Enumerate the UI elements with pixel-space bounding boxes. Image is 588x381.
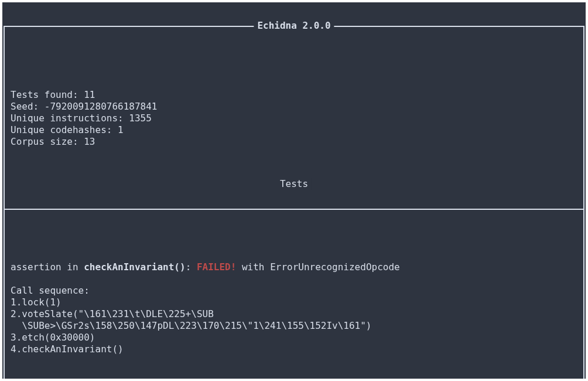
- callseq-step: 3.etch(0x30000): [11, 332, 95, 343]
- tests-divider: [5, 209, 583, 210]
- uniq-instr-value: 1355: [129, 113, 152, 124]
- callseq-step: 4.checkAnInvariant(): [11, 343, 124, 355]
- app-title: Echidna 2.0.0: [254, 20, 334, 32]
- tests-section: Tests assertion in checkAnInvariant(): F…: [11, 185, 577, 379]
- callseq-step: 2.voteSlate("\161\231\t\DLE\225+\SUB: [11, 308, 214, 319]
- corpus-label: Corpus size:: [11, 136, 84, 147]
- tests-header: Tests: [276, 178, 312, 190]
- uniq-hash-value: 1: [118, 124, 124, 135]
- callseq-step: 1.lock(1): [11, 297, 61, 308]
- seed-label: Seed:: [11, 101, 45, 112]
- outer-frame: Echidna 2.0.0 Tests found: 11 Seed: -792…: [4, 26, 584, 379]
- callseq-label: Call sequence:: [11, 285, 90, 296]
- failed-fn: checkAnInvariant(): [84, 261, 185, 273]
- uniq-hash-label: Unique codehashes:: [11, 124, 118, 135]
- failed-status: FAILED!: [197, 261, 236, 273]
- uniq-instr-label: Unique instructions:: [11, 113, 129, 124]
- corpus-value: 13: [84, 136, 95, 147]
- stats-block: Tests found: 11 Seed: -79200912807661878…: [11, 74, 577, 150]
- failed-suffix: with ErrorUnrecognizedOpcode: [236, 261, 399, 273]
- tests-found-label: Tests found:: [11, 89, 84, 100]
- assertion-prefix: assertion in: [11, 261, 84, 273]
- tests-found-value: 11: [84, 89, 95, 100]
- colon: :: [186, 261, 197, 273]
- terminal-window: Echidna 2.0.0 Tests found: 11 Seed: -792…: [2, 2, 586, 379]
- seed-value: -7920091280766187841: [45, 101, 158, 112]
- callseq-step: \SUBe>\GSr2s\158\250\147pDL\223\170\215\…: [11, 320, 372, 331]
- failed-test-block: assertion in checkAnInvariant(): FAILED!…: [11, 257, 577, 360]
